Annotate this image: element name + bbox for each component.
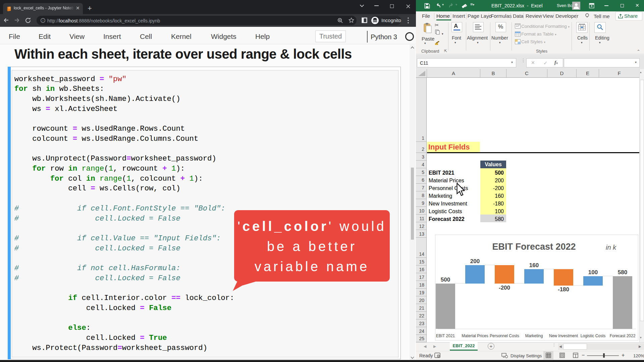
svg-text:i: i <box>43 19 44 22</box>
